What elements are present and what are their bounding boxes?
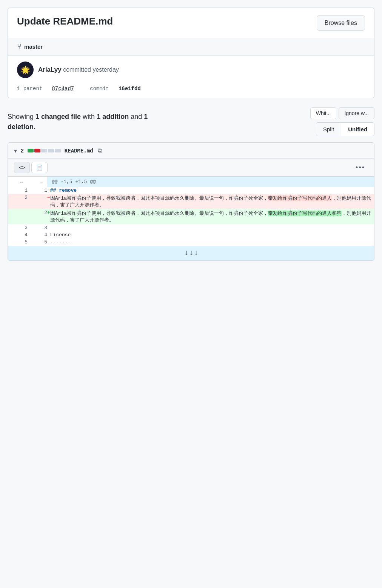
expand-row: ⤓⤓⤓ bbox=[8, 246, 374, 260]
new-line-num bbox=[28, 194, 47, 209]
new-line-num: 2 bbox=[28, 209, 47, 224]
parent-hash[interactable]: 87c4ad7 bbox=[52, 86, 74, 92]
new-line-num: 3 bbox=[28, 224, 47, 231]
hunk-old-num: … bbox=[8, 177, 28, 187]
table-row: 2 − 因Aria被诈骗份子使用，导致我被跨省，因此本项目源码永久删除。最后说一… bbox=[8, 194, 374, 209]
diff-sign: + bbox=[47, 209, 50, 224]
table-row: 4 4 License bbox=[8, 231, 374, 239]
commit-label: commit bbox=[90, 86, 109, 92]
expand-down-icon: ⤓⤓⤓ bbox=[184, 249, 199, 257]
file-diff-header: ▾ 2 README.md ⧉ bbox=[8, 143, 374, 159]
code-icon: <> bbox=[19, 165, 25, 171]
more-options-button[interactable]: ••• bbox=[353, 162, 368, 173]
neutral-bar-3 bbox=[55, 149, 61, 152]
diff-sign bbox=[47, 239, 50, 246]
diff-controls: Showing 1 changed file with 1 addition a… bbox=[8, 107, 374, 136]
file-toolbar: <> 📄 ••• bbox=[8, 159, 374, 177]
view-mode-controls: Split Unified bbox=[316, 122, 374, 136]
old-line-num: 3 bbox=[8, 224, 28, 231]
file-name: README.md bbox=[65, 148, 93, 154]
committed-date: committed yesterday bbox=[63, 66, 119, 73]
diff-sign bbox=[47, 187, 50, 194]
commit-meta: 🌟 AriaLyy committed yesterday 1 parent 8… bbox=[8, 55, 374, 98]
hunk-header-text: @@ -1,5 +1,5 @@ bbox=[52, 179, 96, 185]
collapse-button[interactable]: ▾ bbox=[14, 147, 17, 154]
neutral-bar-1 bbox=[41, 149, 47, 152]
old-line-num: 4 bbox=[8, 231, 28, 239]
highlight-del: 奉劝给诈骗份子写代码的逼人 bbox=[268, 195, 332, 201]
commit-branch: ⑂ master bbox=[8, 38, 374, 55]
summary-text-middle: with bbox=[81, 113, 97, 120]
commit-title: Update README.md bbox=[17, 15, 113, 27]
file-icon: 📄 bbox=[36, 165, 43, 171]
old-line-num bbox=[8, 209, 28, 224]
diff-content: 因Aria被诈骗份子使用，导致我被跨省，因此本项目源码永久删除。最后说一句，诈骗… bbox=[50, 209, 374, 224]
highlight-add: 奉劝给诈骗份子写代码的逼人和狗 bbox=[268, 211, 342, 216]
addition-bar bbox=[28, 149, 34, 152]
diff-content: ------- bbox=[50, 239, 374, 246]
file-view-button[interactable]: 📄 bbox=[31, 162, 48, 173]
table-row: 3 3 bbox=[8, 224, 374, 231]
file-diff: ▾ 2 README.md ⧉ <> 📄 ••• bbox=[8, 142, 374, 261]
old-line-num: 2 bbox=[8, 194, 28, 209]
whitespace-controls: Whit... Ignore w... bbox=[310, 107, 374, 119]
browse-files-button[interactable]: Browse files bbox=[317, 15, 365, 31]
author-info: AriaLyy committed yesterday bbox=[38, 66, 119, 74]
content-text: ## remove bbox=[50, 188, 77, 193]
unified-view-button[interactable]: Unified bbox=[341, 123, 374, 136]
table-row: 2 + 因Aria被诈骗份子使用，导致我被跨省，因此本项目源码永久删除。最后说一… bbox=[8, 209, 374, 224]
author-row: 🌟 AriaLyy committed yesterday bbox=[17, 62, 365, 78]
commit-hash[interactable]: 16e1fdd bbox=[119, 86, 141, 92]
diff-content bbox=[50, 224, 374, 231]
diff-sign: − bbox=[47, 194, 50, 209]
hunk-header-row: … … @@ -1,5 +1,5 @@ bbox=[8, 177, 374, 187]
file-change-bars bbox=[28, 149, 61, 152]
new-line-num: 4 bbox=[28, 231, 47, 239]
additions: 1 addition bbox=[97, 113, 129, 120]
summary-text-and: and bbox=[129, 113, 144, 120]
hunk-info: @@ -1,5 +1,5 @@ bbox=[47, 177, 374, 187]
file-changes-count: 2 bbox=[21, 148, 24, 154]
diff-content: License bbox=[50, 231, 374, 239]
diff-table: … … @@ -1,5 +1,5 @@ 1 1 ## remove 2 − 因A… bbox=[8, 177, 374, 260]
more-icon: ••• bbox=[356, 164, 365, 171]
diff-sign bbox=[47, 224, 50, 231]
diff-view-controls: Whit... Ignore w... Split Unified bbox=[310, 107, 374, 136]
summary-text-before: Showing bbox=[8, 113, 35, 120]
avatar: 🌟 bbox=[17, 62, 34, 78]
neutral-bar-2 bbox=[48, 149, 54, 152]
summary-text-end: . bbox=[34, 123, 35, 131]
author-name: AriaLyy bbox=[38, 66, 62, 73]
parent-label: 1 parent bbox=[17, 86, 42, 92]
old-line-num: 5 bbox=[8, 239, 28, 246]
commit-header: Update README.md Browse files bbox=[8, 8, 374, 38]
new-line-num: 1 bbox=[28, 187, 47, 194]
table-row: 1 1 ## remove bbox=[8, 187, 374, 194]
deletion-bar bbox=[34, 149, 40, 152]
content-text: ------- bbox=[50, 239, 71, 245]
chevron-down-icon: ▾ bbox=[14, 147, 17, 154]
diff-content: 因Aria被诈骗份子使用，导致我被跨省，因此本项目源码永久删除。最后说一句，诈骗… bbox=[50, 194, 374, 209]
branch-icon: ⑂ bbox=[17, 43, 21, 51]
parent-row: 1 parent 87c4ad7 commit 16e1fdd bbox=[17, 84, 365, 92]
copy-path-button[interactable]: ⧉ bbox=[97, 146, 103, 155]
diff-sign bbox=[47, 231, 50, 239]
expand-cell: ⤓⤓⤓ bbox=[8, 246, 374, 260]
code-view-button[interactable]: <> bbox=[14, 162, 30, 173]
old-line-num: 1 bbox=[8, 187, 28, 194]
diff-content: ## remove bbox=[50, 187, 374, 194]
copy-icon: ⧉ bbox=[98, 147, 102, 154]
new-line-num: 5 bbox=[28, 239, 47, 246]
hunk-new-num: … bbox=[28, 177, 47, 187]
branch-name: master bbox=[24, 43, 43, 50]
changed-files: 1 changed file bbox=[35, 113, 81, 120]
ignore-whitespace-button[interactable]: Ignore w... bbox=[339, 107, 374, 119]
expand-button[interactable]: ⤓⤓⤓ bbox=[8, 249, 374, 257]
diff-summary: Showing 1 changed file with 1 addition a… bbox=[8, 112, 166, 132]
split-view-button[interactable]: Split bbox=[316, 123, 341, 136]
whitespace-button[interactable]: Whit... bbox=[310, 107, 337, 119]
table-row: 5 5 ------- bbox=[8, 239, 374, 246]
